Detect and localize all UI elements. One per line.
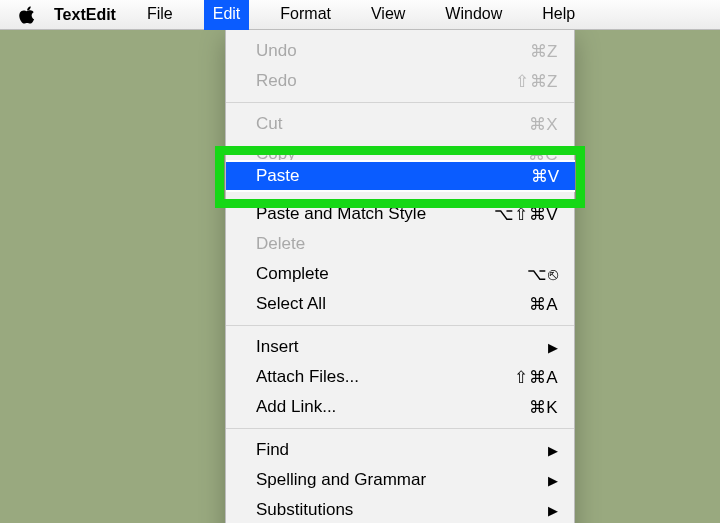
menu-help[interactable]: Help — [533, 0, 584, 30]
chevron-right-icon: ▶ — [548, 473, 558, 488]
menuitem-undo: Undo ⌘Z — [226, 36, 574, 66]
chevron-right-icon: ▶ — [548, 340, 558, 355]
menuitem-insert[interactable]: Insert ▶ — [226, 332, 574, 362]
menuitem-spelling-grammar[interactable]: Spelling and Grammar ▶ — [226, 465, 574, 495]
separator — [226, 428, 574, 429]
menuitem-cut: Cut ⌘X — [226, 109, 574, 139]
menu-format[interactable]: Format — [271, 0, 340, 30]
menu-edit[interactable]: Edit — [204, 0, 250, 30]
menuitem-select-all[interactable]: Select All ⌘A — [226, 289, 574, 319]
menuitem-delete: Delete — [226, 229, 574, 259]
menubar: TextEdit File Edit Format View Window He… — [0, 0, 720, 30]
edit-dropdown: Undo ⌘Z Redo ⇧⌘Z Cut ⌘X Copy ⌘C Paste Pa… — [225, 30, 575, 523]
app-name[interactable]: TextEdit — [54, 6, 116, 24]
menu-window[interactable]: Window — [436, 0, 511, 30]
menuitem-paste-match-style[interactable]: Paste and Match Style ⌥⇧⌘V — [226, 199, 574, 229]
menuitem-paste[interactable]: Paste ⌘V — [226, 160, 575, 192]
menuitem-add-link[interactable]: Add Link... ⌘K — [226, 392, 574, 422]
chevron-right-icon: ▶ — [548, 443, 558, 458]
separator — [226, 102, 574, 103]
chevron-right-icon: ▶ — [548, 503, 558, 518]
separator — [226, 325, 574, 326]
menu-view[interactable]: View — [362, 0, 414, 30]
menu-file[interactable]: File — [138, 0, 182, 30]
apple-logo-icon[interactable] — [18, 6, 36, 24]
menuitem-attach-files[interactable]: Attach Files... ⇧⌘A — [226, 362, 574, 392]
menuitem-complete[interactable]: Complete ⌥⎋ — [226, 259, 574, 289]
menuitem-redo: Redo ⇧⌘Z — [226, 66, 574, 96]
menuitem-find[interactable]: Find ▶ — [226, 435, 574, 465]
menuitem-substitutions[interactable]: Substitutions ▶ — [226, 495, 574, 523]
